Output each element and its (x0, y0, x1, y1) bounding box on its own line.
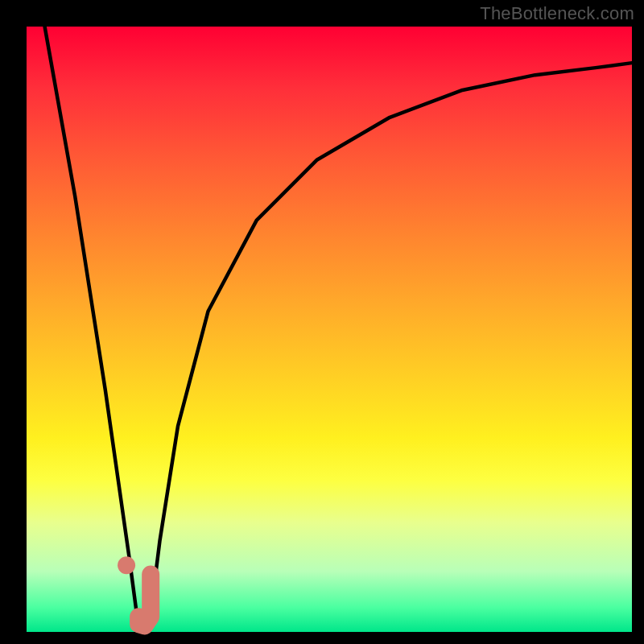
chart-svg (27, 27, 632, 632)
chart-plot-area (27, 27, 632, 632)
series-right-limb (151, 63, 632, 613)
series-marker-j (138, 575, 151, 626)
watermark-text: TheBottleneck.com (480, 3, 634, 24)
series-container (45, 27, 632, 625)
series-marker-dot (118, 556, 135, 574)
series-left-limb (45, 27, 137, 613)
